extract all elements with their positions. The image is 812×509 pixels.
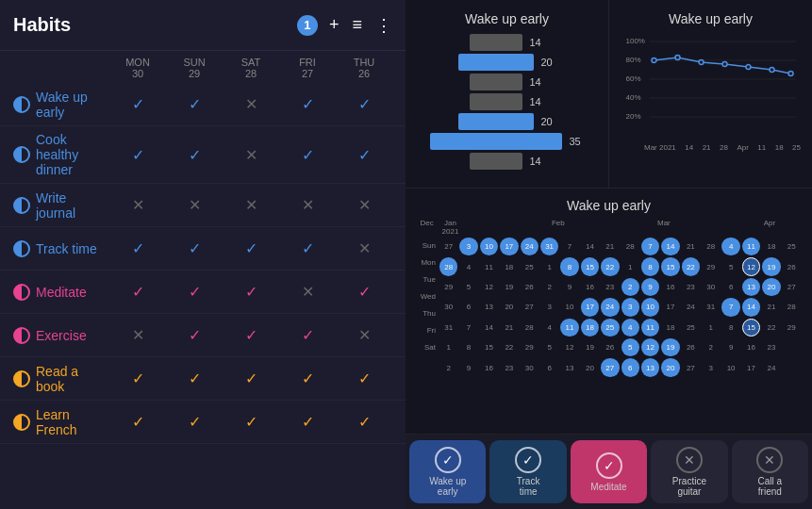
calendar-cell[interactable]: 2 [621, 278, 639, 296]
calendar-cell[interactable]: 5 [540, 338, 558, 356]
calendar-cell[interactable]: 12 [641, 338, 659, 356]
check-cell[interactable]: ✓ [166, 146, 223, 164]
calendar-cell[interactable]: 2 [540, 278, 558, 296]
check-cell[interactable]: ✓ [279, 369, 336, 387]
calendar-cell[interactable]: 12 [480, 278, 498, 296]
calendar-cell[interactable]: 18 [581, 319, 599, 337]
calendar-cell[interactable]: 5 [721, 257, 739, 275]
calendar-cell[interactable]: 25 [521, 257, 539, 275]
check-cell[interactable]: ✓ [109, 283, 166, 301]
calendar-cell[interactable]: 21 [682, 238, 700, 255]
check-cell[interactable]: ✓ [166, 239, 223, 257]
calendar-cell[interactable]: 15 [661, 257, 679, 275]
calendar-cell[interactable]: 28 [439, 257, 457, 275]
calendar-cell[interactable]: 15 [480, 338, 498, 356]
check-cell[interactable]: ✓ [279, 413, 336, 431]
calendar-cell[interactable]: 14 [742, 298, 760, 316]
calendar-cell[interactable]: 18 [762, 238, 780, 255]
check-cell[interactable]: ✓ [166, 95, 223, 113]
calendar-cell[interactable]: 19 [581, 338, 599, 356]
calendar-cell[interactable]: 5 [459, 278, 477, 296]
calendar-cell[interactable]: 17 [500, 238, 518, 255]
calendar-cell[interactable]: 1 [439, 338, 457, 356]
calendar-cell[interactable]: 20 [661, 358, 679, 376]
more-button[interactable]: ⋮ [375, 15, 392, 36]
nav-item[interactable]: ✓Meditate [571, 440, 647, 503]
check-cell[interactable]: ✓ [223, 239, 279, 257]
calendar-cell[interactable]: 10 [480, 238, 498, 255]
calendar-cell[interactable]: 29 [439, 278, 457, 296]
calendar-cell[interactable]: 21 [500, 319, 518, 337]
calendar-cell[interactable]: 11 [742, 238, 760, 255]
calendar-cell[interactable]: 11 [641, 319, 659, 337]
calendar-cell[interactable]: 12 [742, 257, 760, 275]
calendar-cell[interactable]: 22 [601, 257, 619, 275]
filter-button[interactable]: ≡ [352, 15, 362, 35]
calendar-cell[interactable]: 14 [581, 238, 599, 255]
calendar-cell[interactable]: 13 [641, 358, 659, 376]
calendar-cell[interactable]: 16 [480, 358, 498, 376]
calendar-cell[interactable]: 9 [459, 358, 477, 376]
habit-row[interactable]: Cook healthy dinner✓✓✕✓✓ [0, 126, 406, 184]
calendar-cell[interactable]: 1 [540, 257, 558, 275]
calendar-cell[interactable]: 20 [500, 298, 518, 316]
calendar-cell[interactable]: 26 [682, 338, 700, 356]
calendar-cell[interactable]: 29 [783, 319, 801, 337]
calendar-cell[interactable]: 11 [480, 257, 498, 275]
calendar-cell[interactable]: 26 [783, 257, 801, 275]
calendar-cell[interactable]: 9 [721, 338, 739, 356]
calendar-cell[interactable]: 30 [702, 278, 720, 296]
calendar-cell[interactable]: 3 [459, 238, 477, 255]
calendar-cell[interactable]: 26 [601, 338, 619, 356]
habit-row[interactable]: Learn French✓✓✓✓✓ [0, 401, 406, 444]
calendar-cell[interactable]: 21 [762, 298, 780, 316]
calendar-cell[interactable]: 8 [721, 319, 739, 337]
calendar-cell[interactable]: 7 [641, 238, 659, 255]
calendar-cell[interactable]: 29 [521, 338, 539, 356]
calendar-cell[interactable]: 4 [721, 238, 739, 255]
check-cell[interactable]: ✓ [336, 369, 392, 387]
calendar-cell[interactable]: 8 [641, 257, 659, 275]
check-cell[interactable]: ✕ [166, 196, 223, 214]
check-cell[interactable]: ✓ [279, 146, 336, 164]
calendar-cell[interactable]: 4 [540, 319, 558, 337]
calendar-cell[interactable]: 28 [702, 238, 720, 255]
check-cell[interactable]: ✓ [109, 146, 166, 164]
calendar-cell[interactable]: 23 [500, 358, 518, 376]
calendar-cell[interactable]: 22 [682, 257, 700, 275]
calendar-cell[interactable]: 18 [500, 257, 518, 275]
calendar-cell[interactable]: 9 [560, 278, 578, 296]
calendar-cell[interactable]: 16 [742, 338, 760, 356]
add-button[interactable]: + [329, 15, 340, 35]
calendar-cell[interactable]: 22 [500, 338, 518, 356]
calendar-cell[interactable]: 19 [762, 257, 780, 275]
calendar-cell[interactable]: 2 [702, 338, 720, 356]
calendar-cell[interactable]: 4 [459, 257, 477, 275]
habit-row[interactable]: Read a book✓✓✓✓✓ [0, 357, 406, 401]
calendar-cell[interactable]: 31 [702, 298, 720, 316]
calendar-cell[interactable]: 17 [581, 298, 599, 316]
calendar-cell[interactable] [783, 338, 801, 356]
check-cell[interactable]: ✕ [223, 95, 279, 113]
check-cell[interactable]: ✓ [223, 369, 279, 387]
calendar-cell[interactable]: 23 [762, 338, 780, 356]
check-cell[interactable]: ✓ [336, 413, 392, 431]
calendar-cell[interactable]: 26 [521, 278, 539, 296]
nav-item[interactable]: ✓Track time [489, 440, 566, 503]
calendar-cell[interactable]: 27 [783, 278, 801, 296]
calendar-cell[interactable]: 16 [581, 278, 599, 296]
calendar-cell[interactable]: 1 [702, 319, 720, 337]
check-cell[interactable]: ✓ [336, 95, 392, 113]
calendar-cell[interactable]: 24 [601, 298, 619, 316]
calendar-cell[interactable]: 3 [540, 298, 558, 316]
habit-row[interactable]: Wake up early✓✓✕✓✓ [0, 83, 406, 126]
calendar-cell[interactable]: 25 [783, 238, 801, 255]
check-cell[interactable]: ✓ [223, 413, 279, 431]
calendar-cell[interactable]: 6 [459, 298, 477, 316]
calendar-cell[interactable]: 20 [762, 278, 780, 296]
calendar-cell[interactable]: 30 [521, 358, 539, 376]
calendar-cell[interactable]: 13 [560, 358, 578, 376]
calendar-cell[interactable]: 23 [601, 278, 619, 296]
calendar-cell[interactable]: 14 [480, 319, 498, 337]
calendar-cell[interactable]: 19 [661, 338, 679, 356]
